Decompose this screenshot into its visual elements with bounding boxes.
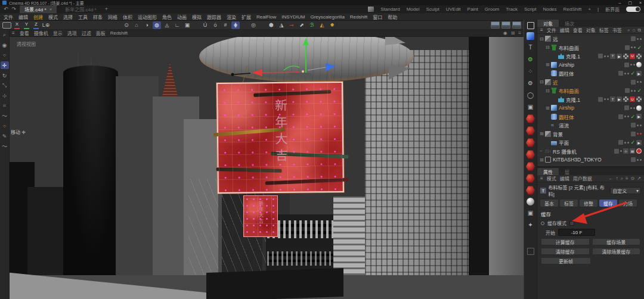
- menu-spline[interactable]: 样条: [93, 14, 103, 20]
- enabled-check-icon[interactable]: ✓: [637, 45, 642, 51]
- menu-edit[interactable]: 编辑: [18, 14, 28, 20]
- menu-mesh[interactable]: 网格: [108, 14, 117, 20]
- expand-icon[interactable]: ⊟: [546, 88, 551, 94]
- visibility-dot[interactable]: [634, 90, 636, 92]
- list-icon[interactable]: ≡: [626, 176, 628, 182]
- tag-film-icon[interactable]: ▤: [630, 148, 635, 154]
- menu-mograph[interactable]: 运动图形: [138, 14, 157, 20]
- cube-object-icon[interactable]: [527, 32, 534, 40]
- effector-icon[interactable]: ⁘: [526, 67, 535, 76]
- attr-menu-mode[interactable]: 模式: [547, 175, 556, 182]
- anim-dot-icon[interactable]: [541, 222, 544, 225]
- tag-material-icon[interactable]: [636, 62, 642, 67]
- visibility-dot-off[interactable]: [637, 133, 639, 135]
- search-icon[interactable]: ⌕: [620, 176, 623, 182]
- vp-menu-view[interactable]: 查看: [20, 30, 29, 36]
- visibility-dot[interactable]: [633, 107, 635, 109]
- render-settings-icon[interactable]: [512, 21, 521, 29]
- attr-menu-userdata[interactable]: 用户数据: [573, 175, 592, 182]
- vp-target-icon[interactable]: ◉: [503, 30, 507, 36]
- new-ui-toggle[interactable]: [626, 7, 640, 12]
- light-icon[interactable]: ✦: [526, 220, 535, 229]
- layout-nodes[interactable]: Nodes: [543, 7, 556, 12]
- layer-chip[interactable]: [624, 63, 629, 67]
- vp-menu-display[interactable]: 显示: [53, 30, 63, 36]
- redo-icon[interactable]: ↷: [12, 5, 17, 13]
- cache-mode-checkbox[interactable]: [569, 221, 574, 226]
- search-icon[interactable]: ⌕: [627, 27, 630, 33]
- menu-character[interactable]: 角色: [162, 14, 172, 20]
- vp-menu-filter[interactable]: 过滤: [82, 30, 91, 36]
- om-menu-object[interactable]: 对象: [586, 27, 596, 33]
- om-menu-bookmark[interactable]: 书签: [612, 27, 622, 33]
- bench-icon[interactable]: ℬ: [308, 21, 316, 29]
- tab-dresser[interactable]: 修整: [580, 200, 597, 207]
- redshift-material-icon[interactable]: [526, 186, 535, 195]
- visibility-dot[interactable]: [627, 73, 629, 74]
- shading-lines-icon[interactable]: ◬: [163, 21, 171, 29]
- layer-chip[interactable]: [598, 54, 603, 58]
- menu-realflow[interactable]: RealFlow: [256, 14, 276, 20]
- attr-menu-edit[interactable]: 编辑: [560, 175, 569, 182]
- visibility-dot-off[interactable]: [640, 133, 642, 135]
- layout-sculpt[interactable]: Sculpt: [426, 7, 439, 12]
- maximize-button[interactable]: ▢: [628, 0, 632, 5]
- doc-tab-active[interactable]: 场景.c4d * ×: [20, 5, 57, 13]
- coord-system-icon[interactable]: L⊕: [42, 21, 50, 29]
- hex-tool-icon[interactable]: ⬢: [267, 21, 275, 29]
- layout-add-icon[interactable]: +: [588, 7, 591, 12]
- sky-object-icon[interactable]: [527, 198, 534, 205]
- search-icon[interactable]: ⌕: [1, 31, 9, 39]
- tree-row[interactable]: ⊞ Airship: [537, 61, 644, 70]
- layer-chip[interactable]: [631, 157, 636, 162]
- cloth-banner-selected[interactable]: 新年大吉: [216, 82, 344, 194]
- mograph-cloner-icon[interactable]: ⚙: [526, 55, 535, 64]
- corner-icon[interactable]: ∟: [173, 21, 181, 29]
- layer-chip[interactable]: [618, 114, 623, 119]
- text-object-icon[interactable]: T: [526, 43, 535, 52]
- clear-scene-cache-button[interactable]: 清除场景缓存: [592, 248, 641, 255]
- tab-tag[interactable]: 标签: [560, 200, 578, 207]
- tree-row-selected[interactable]: ⊟ 近: [537, 78, 644, 87]
- mirror-tool-icon[interactable]: ⬈: [298, 21, 306, 29]
- visibility-dot[interactable]: [634, 46, 636, 48]
- enabled-check-icon[interactable]: ✓: [630, 139, 635, 145]
- home-icon[interactable]: ⌂: [632, 27, 635, 33]
- points-mode-icon[interactable]: ⁘: [1, 51, 9, 59]
- tag-material-icon[interactable]: [636, 105, 642, 111]
- visibility-dot[interactable]: [624, 116, 626, 117]
- tag-flag-icon[interactable]: ▶: [617, 54, 622, 59]
- magnet-tool-icon[interactable]: ⊸: [287, 21, 296, 29]
- lock-icon[interactable]: ⊙: [631, 176, 635, 182]
- visibility-dot[interactable]: [637, 159, 639, 161]
- perspective-viewport[interactable]: 新年大吉 新年大吉 透视视图 RS 摄像机 移动 ✛: [10, 37, 524, 299]
- vp-menu-cameras[interactable]: 摄像机: [34, 30, 48, 36]
- pen-tool-icon[interactable]: ✎: [1, 132, 9, 140]
- tab-takes[interactable]: 场次: [559, 20, 580, 27]
- scale-tool-icon[interactable]: ⤡: [1, 82, 9, 89]
- visibility-dot[interactable]: [627, 116, 629, 117]
- render-picture-viewer-icon[interactable]: [501, 21, 510, 29]
- expand-icon[interactable]: ⊟: [540, 36, 545, 42]
- tree-row-selected[interactable]: ⊟ 布料曲面 ✓: [537, 86, 644, 95]
- menu-tools[interactable]: 工具: [78, 14, 88, 20]
- vp-menu-redshift[interactable]: Redshift: [110, 30, 128, 36]
- menu-animate[interactable]: 动画: [177, 14, 187, 20]
- tab-basic[interactable]: 基本: [540, 200, 558, 207]
- workplane-icon[interactable]: [2, 22, 11, 29]
- preset-dropdown[interactable]: 自定义 ▾: [610, 187, 641, 194]
- layout-track[interactable]: Track: [506, 7, 518, 12]
- axis-y-button[interactable]: Y: [23, 21, 30, 29]
- layer-chip[interactable]: [618, 140, 623, 145]
- tree-row[interactable]: ⊞ KITBASH3D_TOKYO: [537, 155, 644, 164]
- tree-row[interactable]: 克隆.1 T▶U: [537, 52, 644, 61]
- target-icon[interactable]: ◎: [249, 21, 258, 29]
- spline-tool-icon[interactable]: 〜: [1, 112, 9, 120]
- redshift-star-icon[interactable]: ✹: [328, 21, 336, 29]
- tree-row-selected[interactable]: ⊞ Airship: [537, 104, 644, 113]
- menu-file[interactable]: 文件: [4, 14, 13, 20]
- tag-uvw-icon[interactable]: U: [630, 96, 635, 102]
- cache-scene-button[interactable]: 缓存场景: [592, 238, 641, 245]
- back-icon[interactable]: ←: [608, 176, 613, 182]
- redshift-material-icon[interactable]: [526, 162, 535, 171]
